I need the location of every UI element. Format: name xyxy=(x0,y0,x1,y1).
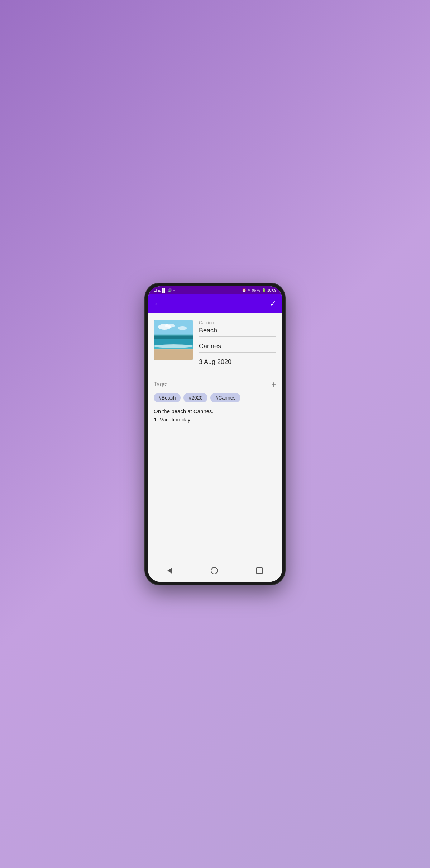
tag-chip-cannes[interactable]: #Cannes xyxy=(210,393,240,402)
date-input[interactable] xyxy=(199,358,276,368)
svg-point-3 xyxy=(178,326,187,330)
back-button[interactable]: ← xyxy=(154,300,162,308)
svg-rect-10 xyxy=(154,334,193,336)
status-right: ⏰ ✳ 96 % 🔋 10:09 xyxy=(242,288,276,292)
nav-recents-button[interactable] xyxy=(249,566,270,576)
tag-chip-2020[interactable]: #2020 xyxy=(183,393,207,402)
network-icon: LTE.▐▌ xyxy=(154,288,166,292)
photo-caption-section: Caption xyxy=(148,313,282,374)
battery-icon: 🔋 xyxy=(262,288,266,292)
main-content: Caption Tags: + #Beach #2020 #Cannes xyxy=(148,313,282,562)
status-bar: LTE.▐▌ 🔊 ⌁ ⏰ ✳ 96 % 🔋 10:09 xyxy=(148,286,282,294)
battery-text: 96 % xyxy=(252,288,260,292)
svg-rect-9 xyxy=(154,350,193,360)
home-nav-icon xyxy=(211,567,218,574)
tags-list: #Beach #2020 #Cannes xyxy=(154,393,276,402)
caption-label: Caption xyxy=(199,320,276,325)
location-input[interactable] xyxy=(199,343,276,353)
photo-thumbnail[interactable] xyxy=(154,320,193,360)
photo-description: On the beach at Cannes.1. Vacation day. xyxy=(154,407,276,424)
confirm-button[interactable]: ✓ xyxy=(270,300,276,308)
beach-image xyxy=(154,320,193,360)
back-nav-icon xyxy=(167,567,172,574)
status-left: LTE.▐▌ 🔊 ⌁ xyxy=(154,288,176,292)
tags-section: Tags: + #Beach #2020 #Cannes On the beac… xyxy=(148,374,282,426)
app-bar: ← ✓ xyxy=(148,294,282,313)
nav-bar xyxy=(148,562,282,582)
phone-frame: LTE.▐▌ 🔊 ⌁ ⏰ ✳ 96 % 🔋 10:09 ← ✓ xyxy=(145,283,285,585)
caption-fields: Caption xyxy=(199,320,276,368)
nav-back-button[interactable] xyxy=(160,566,180,576)
volume-icon: 🔊 xyxy=(168,288,172,292)
caption-input[interactable] xyxy=(199,327,276,337)
bluetooth-icon: ✳ xyxy=(248,288,250,292)
time: 10:09 xyxy=(267,288,276,292)
alarm-icon: ⏰ xyxy=(242,288,246,292)
phone-screen: LTE.▐▌ 🔊 ⌁ ⏰ ✳ 96 % 🔋 10:09 ← ✓ xyxy=(148,286,282,582)
svg-point-7 xyxy=(154,344,193,348)
usb-icon: ⌁ xyxy=(173,288,176,292)
tags-header: Tags: + xyxy=(154,380,276,389)
add-tag-button[interactable]: + xyxy=(271,380,276,389)
svg-point-2 xyxy=(165,324,175,328)
recents-nav-icon xyxy=(256,567,263,574)
tag-chip-beach[interactable]: #Beach xyxy=(154,393,181,402)
tags-label: Tags: xyxy=(154,381,167,388)
nav-home-button[interactable] xyxy=(204,566,225,577)
